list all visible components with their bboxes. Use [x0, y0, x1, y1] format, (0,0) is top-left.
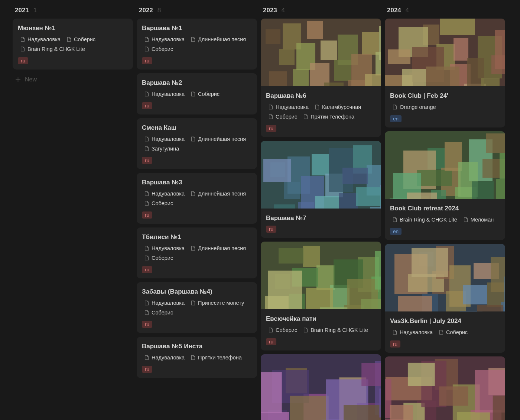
svg-rect-1 — [266, 29, 280, 44]
card[interactable]: Мюнхен №1НадуваловкаСоберисBrain Ring & … — [13, 19, 133, 70]
lang-badge[interactable]: ru — [142, 211, 152, 219]
card-title: Варшава №3 — [142, 179, 252, 186]
card[interactable]: Vas3k.Berlin | July 2024НадуваловкаСобер… — [385, 244, 505, 353]
card-tags: НадуваловкаПринесите монетуСоберис — [142, 299, 252, 316]
lang-badge[interactable]: ru — [390, 340, 400, 348]
page-icon — [268, 327, 273, 333]
tag[interactable]: Загугулина — [142, 145, 181, 152]
tag[interactable]: Соберис — [266, 326, 299, 334]
card-tags: НадуваловкаСоберисBrain Ring & CHGK Lite — [18, 36, 128, 53]
tag[interactable]: Orange orange — [390, 103, 438, 111]
lang-badge[interactable]: ru — [266, 125, 276, 132]
tag[interactable]: Brain Ring & CHGK Lite — [390, 216, 459, 223]
column-year: 2021 — [15, 7, 29, 14]
tag[interactable]: Соберис — [436, 329, 470, 336]
page-icon — [144, 136, 149, 142]
tag-label: Соберис — [152, 310, 173, 316]
page-icon — [191, 300, 196, 306]
card[interactable]: Варшава №7ru — [261, 141, 381, 238]
tag[interactable]: Надуваловка — [142, 299, 187, 307]
tag-label: Прятки телефона — [198, 355, 242, 361]
svg-rect-150 — [390, 405, 413, 420]
tag[interactable]: Длиннейшая песня — [188, 36, 248, 43]
lang-badge[interactable]: ru — [142, 266, 152, 273]
tag[interactable]: Надуваловка — [390, 329, 435, 336]
card[interactable] — [385, 356, 505, 420]
tag[interactable]: Длиннейшая песня — [188, 190, 248, 197]
lang-badge[interactable]: ru — [266, 338, 276, 345]
tag[interactable]: Прятки телефона — [301, 113, 357, 120]
tag[interactable]: Надуваловка — [142, 90, 187, 98]
lang-badge[interactable]: ru — [142, 157, 152, 164]
column-header[interactable]: 20244 — [385, 4, 505, 19]
card[interactable]: Варшава №3НадуваловкаДлиннейшая песняСоб… — [137, 173, 257, 224]
tag[interactable]: Длиннейшая песня — [188, 245, 248, 252]
card[interactable]: Book Club | Feb 24'Orange orangeen — [385, 19, 505, 127]
page-icon — [66, 36, 72, 42]
column-header[interactable]: 20234 — [261, 4, 381, 19]
lang-badge[interactable]: ru — [142, 102, 152, 109]
tag[interactable]: Длиннейшая песня — [188, 135, 248, 143]
card-title: Book Club retreat 2024 — [390, 205, 500, 212]
tag[interactable]: Brain Ring & CHGK Lite — [301, 326, 370, 334]
tag[interactable]: Соберис — [142, 200, 175, 207]
svg-rect-144 — [439, 387, 468, 406]
tag-label: Orange orange — [400, 104, 436, 110]
tag[interactable]: Brain Ring & CHGK Lite — [18, 45, 87, 53]
lang-badge[interactable]: ru — [142, 321, 152, 328]
tag[interactable]: Надуваловка — [142, 135, 187, 143]
card[interactable]: Варшава №5 ИнстаНадуваловкаПрятки телефо… — [137, 337, 257, 378]
page-icon — [20, 46, 25, 52]
card[interactable]: Варшава №2НадуваловкаСоберисru — [137, 73, 257, 114]
lang-badge[interactable]: en — [390, 228, 402, 235]
tag[interactable]: Надуваловка — [18, 36, 63, 43]
svg-rect-14 — [324, 83, 344, 86]
card[interactable]: Варшава №6НадуваловкаКаламбурочнаяСобери… — [261, 19, 381, 137]
tag[interactable]: Принесите монету — [188, 299, 246, 307]
lang-badge[interactable]: ru — [142, 57, 152, 64]
card-tags: Brain Ring & CHGK LiteМеломан — [390, 216, 500, 223]
card[interactable]: Забавы (Варшава №4)НадуваловкаПринесите … — [137, 282, 257, 333]
column-count: 4 — [406, 7, 409, 14]
tag[interactable]: Надуваловка — [266, 103, 311, 111]
tag-label: Brain Ring & CHGK Lite — [400, 217, 457, 223]
tag[interactable]: Надуваловка — [142, 36, 187, 43]
tag[interactable]: Надуваловка — [142, 245, 187, 252]
column-header[interactable]: 20228 — [137, 4, 257, 19]
tag[interactable]: Прятки телефона — [188, 354, 244, 361]
tag[interactable]: Меломан — [461, 216, 496, 223]
tag[interactable]: Соберис — [266, 113, 299, 120]
tag[interactable]: Соберис — [142, 309, 175, 316]
tag[interactable]: Соберис — [142, 254, 175, 262]
tag[interactable]: Соберис — [64, 36, 98, 43]
lang-badge[interactable]: ru — [266, 226, 276, 233]
lang-badge[interactable]: en — [390, 115, 402, 122]
column-header[interactable]: 20211 — [13, 4, 133, 19]
svg-rect-23 — [312, 154, 329, 175]
page-icon — [144, 191, 149, 197]
tag[interactable]: Надуваловка — [142, 190, 187, 197]
card[interactable]: Тбилиси №1НадуваловкаДлиннейшая песняСоб… — [137, 227, 257, 278]
card-thumbnail — [385, 131, 505, 199]
svg-rect-36 — [370, 207, 381, 209]
tag[interactable]: Соберис — [142, 45, 175, 53]
card[interactable]: Варшава №1НадуваловкаДлиннейшая песняСоб… — [137, 19, 257, 70]
card[interactable]: Book Club retreat 2024Brain Ring & CHGK … — [385, 131, 505, 240]
new-button[interactable]: New — [13, 73, 133, 86]
card[interactable]: Смена КашНадуваловкаДлиннейшая песняЗагу… — [137, 118, 257, 169]
lang-badge[interactable]: ru — [142, 366, 152, 373]
lang-badge[interactable]: ru — [18, 57, 28, 64]
tag-label: Принесите монету — [198, 300, 244, 306]
column-count: 4 — [282, 7, 285, 14]
card[interactable] — [261, 354, 381, 420]
svg-rect-131 — [398, 296, 432, 311]
svg-rect-145 — [457, 412, 490, 420]
page-icon — [144, 36, 149, 42]
tag[interactable]: Каламбурочная — [312, 103, 363, 111]
svg-rect-129 — [491, 257, 505, 292]
tag[interactable]: Надуваловка — [142, 354, 187, 361]
card[interactable]: Евсючейка патиСоберисBrain Ring & CHGK L… — [261, 242, 381, 350]
page-icon — [144, 355, 149, 361]
card-title: Vas3k.Berlin | July 2024 — [390, 317, 500, 325]
tag[interactable]: Соберис — [188, 90, 222, 98]
